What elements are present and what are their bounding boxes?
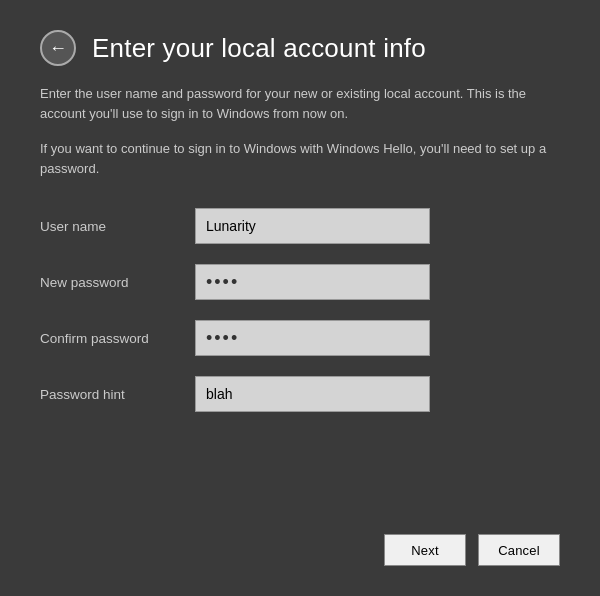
footer: Next Cancel (40, 514, 560, 566)
description-line2: If you want to continue to sign in to Wi… (40, 139, 560, 178)
back-arrow-icon: ← (49, 39, 67, 57)
username-label: User name (40, 219, 195, 234)
header: ← Enter your local account info (40, 30, 560, 66)
page-title: Enter your local account info (92, 33, 426, 64)
form-section: User name New password Confirm password … (40, 208, 560, 514)
password-hint-label: Password hint (40, 387, 195, 402)
username-row: User name (40, 208, 560, 244)
confirm-password-field[interactable] (195, 320, 430, 356)
new-password-row: New password (40, 264, 560, 300)
confirm-password-row: Confirm password (40, 320, 560, 356)
next-button[interactable]: Next (384, 534, 466, 566)
cancel-button[interactable]: Cancel (478, 534, 560, 566)
back-button[interactable]: ← (40, 30, 76, 66)
confirm-password-label: Confirm password (40, 331, 195, 346)
new-password-label: New password (40, 275, 195, 290)
username-field[interactable] (195, 208, 430, 244)
new-password-field[interactable] (195, 264, 430, 300)
password-hint-row: Password hint (40, 376, 560, 412)
password-hint-field[interactable] (195, 376, 430, 412)
description-line1: Enter the user name and password for you… (40, 84, 560, 123)
main-container: ← Enter your local account info Enter th… (0, 0, 600, 596)
